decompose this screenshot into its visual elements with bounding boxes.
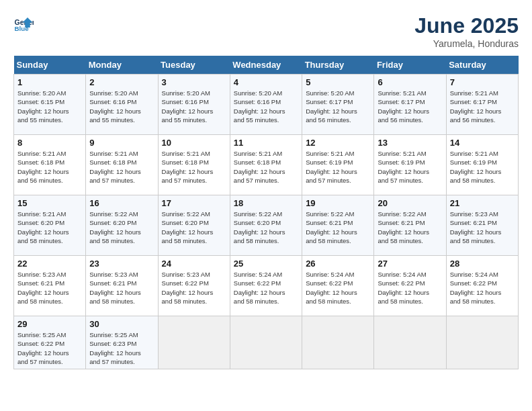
table-row: 9Sunrise: 5:21 AM Sunset: 6:18 PM Daylig… (86, 135, 158, 195)
day-info: Sunrise: 5:22 AM Sunset: 6:20 PM Dayligh… (162, 210, 214, 244)
table-row: 17Sunrise: 5:22 AM Sunset: 6:20 PM Dayli… (158, 195, 230, 256)
day-info: Sunrise: 5:23 AM Sunset: 6:22 PM Dayligh… (162, 271, 214, 305)
day-number: 13 (378, 138, 442, 148)
day-number: 21 (450, 198, 515, 208)
month-title: June 2025 (414, 13, 519, 38)
day-number: 14 (450, 138, 515, 148)
day-info: Sunrise: 5:20 AM Sunset: 6:17 PM Dayligh… (306, 89, 357, 124)
table-row: 28Sunrise: 5:24 AM Sunset: 6:22 PM Dayli… (446, 256, 518, 316)
day-info: Sunrise: 5:24 AM Sunset: 6:22 PM Dayligh… (378, 271, 429, 305)
day-info: Sunrise: 5:21 AM Sunset: 6:19 PM Dayligh… (306, 150, 357, 184)
day-number: 11 (234, 138, 298, 148)
table-row: 20Sunrise: 5:22 AM Sunset: 6:21 PM Dayli… (374, 195, 446, 256)
table-row (230, 316, 302, 369)
table-row: 21Sunrise: 5:23 AM Sunset: 6:21 PM Dayli… (446, 195, 518, 256)
day-number: 26 (306, 259, 370, 269)
page-header: General Blue June 2025 Yarumela, Hondura… (13, 13, 519, 49)
table-row: 26Sunrise: 5:24 AM Sunset: 6:22 PM Dayli… (302, 256, 374, 316)
table-row (374, 316, 446, 369)
calendar-row-2: 8Sunrise: 5:21 AM Sunset: 6:18 PM Daylig… (14, 135, 519, 195)
day-info: Sunrise: 5:20 AM Sunset: 6:16 PM Dayligh… (89, 89, 141, 124)
day-info: Sunrise: 5:23 AM Sunset: 6:21 PM Dayligh… (450, 210, 502, 244)
table-row: 19Sunrise: 5:22 AM Sunset: 6:21 PM Dayli… (302, 195, 374, 256)
day-number: 9 (89, 138, 154, 148)
table-row: 29Sunrise: 5:25 AM Sunset: 6:22 PM Dayli… (14, 316, 86, 369)
day-info: Sunrise: 5:21 AM Sunset: 6:18 PM Dayligh… (89, 150, 141, 184)
table-row: 5Sunrise: 5:20 AM Sunset: 6:17 PM Daylig… (302, 75, 374, 135)
col-thursday: Thursday (302, 56, 374, 75)
day-info: Sunrise: 5:24 AM Sunset: 6:22 PM Dayligh… (306, 271, 357, 305)
day-number: 8 (17, 138, 82, 148)
col-monday: Monday (86, 56, 158, 75)
day-info: Sunrise: 5:21 AM Sunset: 6:17 PM Dayligh… (450, 89, 502, 124)
day-number: 2 (89, 77, 154, 87)
day-number: 6 (378, 77, 442, 87)
day-number: 27 (378, 259, 442, 269)
col-wednesday: Wednesday (230, 56, 302, 75)
day-info: Sunrise: 5:21 AM Sunset: 6:19 PM Dayligh… (378, 150, 429, 184)
day-info: Sunrise: 5:21 AM Sunset: 6:18 PM Dayligh… (234, 150, 285, 184)
day-info: Sunrise: 5:21 AM Sunset: 6:18 PM Dayligh… (162, 150, 214, 184)
day-info: Sunrise: 5:25 AM Sunset: 6:22 PM Dayligh… (17, 331, 69, 365)
logo-icon: General Blue (13, 13, 34, 34)
day-number: 5 (306, 77, 370, 87)
day-number: 19 (306, 198, 370, 208)
table-row: 16Sunrise: 5:22 AM Sunset: 6:20 PM Dayli… (86, 195, 158, 256)
calendar-table: Sunday Monday Tuesday Wednesday Thursday… (13, 56, 519, 369)
day-number: 18 (234, 198, 298, 208)
table-row: 18Sunrise: 5:22 AM Sunset: 6:20 PM Dayli… (230, 195, 302, 256)
day-info: Sunrise: 5:21 AM Sunset: 6:20 PM Dayligh… (17, 210, 69, 244)
day-info: Sunrise: 5:20 AM Sunset: 6:15 PM Dayligh… (17, 89, 69, 124)
day-number: 16 (89, 198, 154, 208)
title-section: June 2025 Yarumela, Honduras (414, 13, 519, 49)
table-row: 22Sunrise: 5:23 AM Sunset: 6:21 PM Dayli… (14, 256, 86, 316)
col-tuesday: Tuesday (158, 56, 230, 75)
table-row: 8Sunrise: 5:21 AM Sunset: 6:18 PM Daylig… (14, 135, 86, 195)
table-row: 11Sunrise: 5:21 AM Sunset: 6:18 PM Dayli… (230, 135, 302, 195)
day-number: 12 (306, 138, 370, 148)
table-row: 27Sunrise: 5:24 AM Sunset: 6:22 PM Dayli… (374, 256, 446, 316)
table-row: 14Sunrise: 5:21 AM Sunset: 6:19 PM Dayli… (446, 135, 518, 195)
table-row (446, 316, 518, 369)
day-number: 28 (450, 259, 515, 269)
day-number: 25 (234, 259, 298, 269)
day-number: 29 (17, 319, 82, 329)
day-info: Sunrise: 5:22 AM Sunset: 6:21 PM Dayligh… (306, 210, 357, 244)
calendar-row-1: 1Sunrise: 5:20 AM Sunset: 6:15 PM Daylig… (14, 75, 519, 135)
table-row: 2Sunrise: 5:20 AM Sunset: 6:16 PM Daylig… (86, 75, 158, 135)
day-info: Sunrise: 5:25 AM Sunset: 6:23 PM Dayligh… (89, 331, 141, 365)
day-number: 30 (89, 319, 154, 329)
day-info: Sunrise: 5:23 AM Sunset: 6:21 PM Dayligh… (17, 271, 69, 305)
table-row: 1Sunrise: 5:20 AM Sunset: 6:15 PM Daylig… (14, 75, 86, 135)
day-info: Sunrise: 5:22 AM Sunset: 6:20 PM Dayligh… (234, 210, 285, 244)
table-row (302, 316, 374, 369)
table-row: 10Sunrise: 5:21 AM Sunset: 6:18 PM Dayli… (158, 135, 230, 195)
calendar-row-4: 22Sunrise: 5:23 AM Sunset: 6:21 PM Dayli… (14, 256, 519, 316)
table-row: 3Sunrise: 5:20 AM Sunset: 6:16 PM Daylig… (158, 75, 230, 135)
day-info: Sunrise: 5:24 AM Sunset: 6:22 PM Dayligh… (450, 271, 502, 305)
table-row: 12Sunrise: 5:21 AM Sunset: 6:19 PM Dayli… (302, 135, 374, 195)
table-row: 24Sunrise: 5:23 AM Sunset: 6:22 PM Dayli… (158, 256, 230, 316)
col-saturday: Saturday (446, 56, 518, 75)
day-info: Sunrise: 5:24 AM Sunset: 6:22 PM Dayligh… (234, 271, 285, 305)
table-row: 30Sunrise: 5:25 AM Sunset: 6:23 PM Dayli… (86, 316, 158, 369)
day-number: 10 (162, 138, 226, 148)
col-friday: Friday (374, 56, 446, 75)
day-info: Sunrise: 5:21 AM Sunset: 6:18 PM Dayligh… (17, 150, 69, 184)
day-number: 23 (89, 259, 154, 269)
day-number: 15 (17, 198, 82, 208)
table-row: 7Sunrise: 5:21 AM Sunset: 6:17 PM Daylig… (446, 75, 518, 135)
day-info: Sunrise: 5:21 AM Sunset: 6:19 PM Dayligh… (450, 150, 502, 184)
day-number: 3 (162, 77, 226, 87)
location: Yarumela, Honduras (414, 38, 519, 49)
day-info: Sunrise: 5:20 AM Sunset: 6:16 PM Dayligh… (234, 89, 285, 124)
day-number: 4 (234, 77, 298, 87)
day-number: 17 (162, 198, 226, 208)
table-row: 6Sunrise: 5:21 AM Sunset: 6:17 PM Daylig… (374, 75, 446, 135)
day-number: 1 (17, 77, 82, 87)
table-row: 4Sunrise: 5:20 AM Sunset: 6:16 PM Daylig… (230, 75, 302, 135)
day-number: 20 (378, 198, 442, 208)
col-sunday: Sunday (14, 56, 86, 75)
table-row: 13Sunrise: 5:21 AM Sunset: 6:19 PM Dayli… (374, 135, 446, 195)
day-info: Sunrise: 5:22 AM Sunset: 6:21 PM Dayligh… (378, 210, 429, 244)
